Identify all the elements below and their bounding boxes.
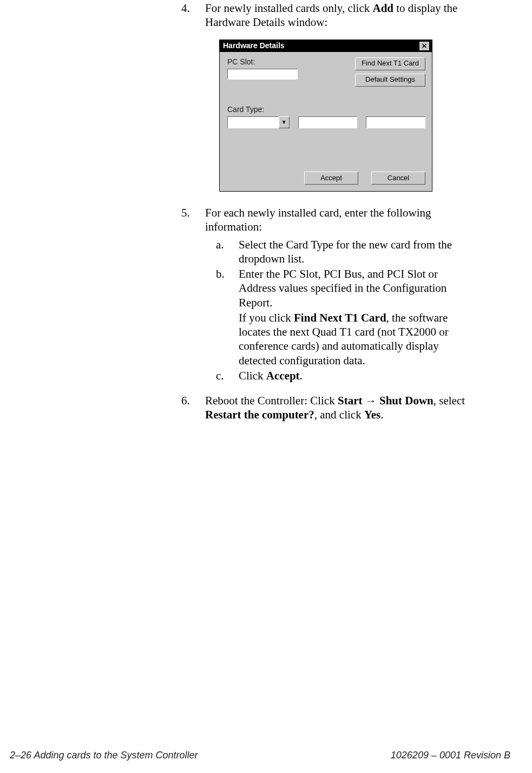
footer-left: 2–26 Adding cards to the System Controll… bbox=[10, 749, 198, 762]
content-column: 4. For newly installed cards only, click… bbox=[181, 0, 472, 422]
page-footer: 2–26 Adding cards to the System Controll… bbox=[10, 749, 510, 762]
footer-right: 1026209 – 0001 Revision B bbox=[391, 749, 510, 762]
step-5a-mark: a. bbox=[205, 238, 239, 266]
step-5-body: For each newly installed card, enter the… bbox=[205, 206, 472, 383]
bold-yes: Yes bbox=[364, 408, 380, 421]
bold-restart: Restart the computer? bbox=[205, 408, 314, 421]
accept-button[interactable]: Accept bbox=[304, 172, 358, 185]
step-4-text-a: For newly installed cards only, click bbox=[205, 2, 372, 15]
card-type-value bbox=[227, 116, 279, 128]
step-6-number: 6. bbox=[181, 394, 205, 422]
cancel-button[interactable]: Cancel bbox=[371, 172, 425, 185]
dialog-titlebar: Hardware Details ✕ bbox=[220, 40, 432, 52]
step-4-body: For newly installed cards only, click Ad… bbox=[205, 1, 472, 30]
step-5b: b. Enter the PC Slot, PCI Bus, and PCI S… bbox=[205, 267, 472, 368]
aux-input-2[interactable] bbox=[366, 116, 425, 128]
find-next-t1-card-button[interactable]: Find Next T1 Card bbox=[355, 57, 425, 70]
step-5b-line1: Enter the PC Slot, PCI Bus, and PCI Slot… bbox=[239, 267, 472, 310]
card-type-label: Card Type: bbox=[227, 105, 425, 115]
dialog-title-text: Hardware Details bbox=[223, 41, 285, 51]
step-4: 4. For newly installed cards only, click… bbox=[181, 1, 472, 30]
bold-shutdown: Shut Down bbox=[379, 394, 434, 407]
step-6-body: Reboot the Controller: Click Start → Shu… bbox=[205, 394, 472, 422]
bold-accept: Accept bbox=[266, 369, 300, 382]
bold-start: Start bbox=[338, 394, 363, 407]
close-icon: ✕ bbox=[422, 43, 427, 49]
bold-add: Add bbox=[372, 2, 393, 15]
pc-slot-label: PC Slot: bbox=[227, 57, 314, 67]
step-5-number: 5. bbox=[181, 206, 205, 383]
step-5b-body: Enter the PC Slot, PCI Bus, and PCI Slot… bbox=[239, 267, 472, 368]
step-5: 5. For each newly installed card, enter … bbox=[181, 206, 472, 383]
page: 4. For newly installed cards only, click… bbox=[0, 0, 532, 773]
step-5c-body: Click Accept. bbox=[239, 369, 472, 383]
chevron-down-icon: ▼ bbox=[279, 116, 290, 128]
dialog-body: PC Slot: Find Next T1 Card Default Setti… bbox=[220, 52, 432, 192]
step-4-number: 4. bbox=[181, 1, 205, 30]
step-6: 6. Reboot the Controller: Click Start → … bbox=[181, 394, 472, 422]
step-5c: c. Click Accept. bbox=[205, 369, 472, 383]
aux-input-1[interactable] bbox=[298, 116, 358, 128]
step-5-intro: For each newly installed card, enter the… bbox=[205, 206, 472, 234]
step-5a: a. Select the Card Type for the new card… bbox=[205, 238, 472, 266]
close-button[interactable]: ✕ bbox=[419, 41, 430, 51]
card-type-select[interactable]: ▼ bbox=[227, 116, 290, 128]
dialog-figure: Hardware Details ✕ PC Slot: Find Next T1… bbox=[219, 40, 472, 192]
step-5b-line2: If you click Find Next T1 Card, the soft… bbox=[239, 311, 472, 368]
default-settings-button[interactable]: Default Settings bbox=[355, 74, 425, 87]
step-5a-text: Select the Card Type for the new card fr… bbox=[239, 238, 472, 266]
step-5c-mark: c. bbox=[205, 369, 239, 383]
step-5b-mark: b. bbox=[205, 267, 239, 368]
bold-find-next: Find Next T1 Card bbox=[294, 311, 386, 324]
hardware-details-dialog: Hardware Details ✕ PC Slot: Find Next T1… bbox=[219, 40, 432, 192]
pc-slot-input[interactable] bbox=[227, 69, 298, 80]
